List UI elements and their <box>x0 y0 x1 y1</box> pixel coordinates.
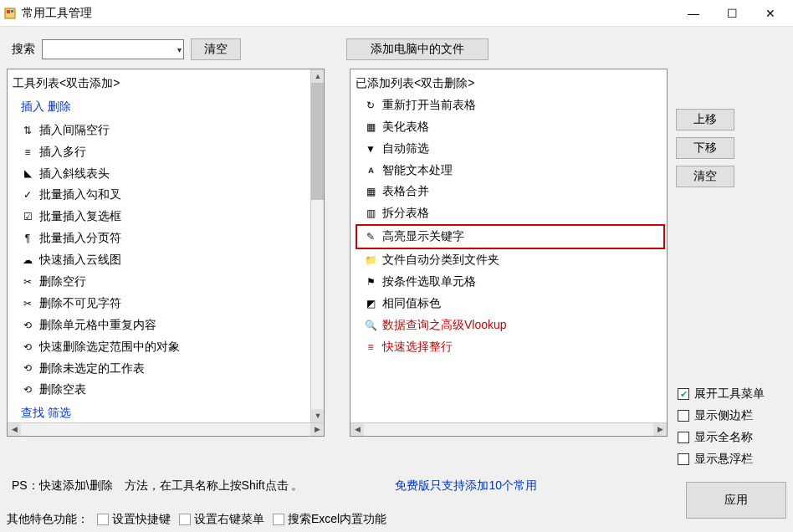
list-item[interactable]: ⟲删除单元格中重复内容 <box>13 315 322 336</box>
group-insert-delete[interactable]: 插入 删除 <box>13 95 322 120</box>
scroll-down-icon[interactable]: ▼ <box>311 409 325 422</box>
list-item[interactable]: 🔍数据查询之高级Vlookup <box>356 315 665 336</box>
tool-icon: ≡ <box>364 340 377 354</box>
list-item-label: 美化表格 <box>382 116 429 138</box>
tool-icon: ⇅ <box>21 124 34 137</box>
apply-button[interactable]: 应用 <box>686 482 786 519</box>
tool-icon: ≡ <box>21 146 34 159</box>
clear-button[interactable]: 清空 <box>191 38 241 60</box>
svg-rect-2 <box>11 10 13 13</box>
list-item[interactable]: ⟲删除未选定的工作表 <box>13 358 322 380</box>
tool-icon: ⟲ <box>21 319 34 332</box>
show-floatbar-checkbox[interactable]: 显示悬浮栏 <box>678 452 765 467</box>
list-item[interactable]: ▥拆分表格 <box>356 202 665 224</box>
list-item-label: 删除空行 <box>39 271 86 293</box>
list-item-label: 批量插入复选框 <box>39 206 121 228</box>
list-item[interactable]: ▦美化表格 <box>356 116 665 138</box>
list-item[interactable]: ✎高亮显示关键字 <box>356 224 665 249</box>
hint-text: PS：快速添加\删除 方法，在工具名称上按Shift点击 。 <box>12 478 303 494</box>
list-item[interactable]: ↻重新打开当前表格 <box>356 95 665 116</box>
expand-menu-checkbox[interactable]: ✔ 展开工具菜单 <box>678 386 765 402</box>
minimize-button[interactable]: ― <box>674 0 713 27</box>
list-item[interactable]: ⇅插入间隔空行 <box>13 120 322 141</box>
list-item-label: 批量插入分页符 <box>39 228 121 249</box>
added-list[interactable]: 已添加列表<双击删除> ↻重新打开当前表格▦美化表格▼自动筛选ᴀ智能文本处理▦表… <box>350 69 668 437</box>
close-button[interactable]: ✕ <box>751 0 790 27</box>
tool-icon: ▼ <box>364 142 377 156</box>
checkbox-icon: ✔ <box>678 388 689 400</box>
tool-icon: ▦ <box>364 185 377 198</box>
search-combobox[interactable]: ▾ <box>42 39 184 59</box>
tool-icon: ✂ <box>21 275 34 289</box>
list-item[interactable]: ᴀ智能文本处理 <box>356 160 665 182</box>
scroll-thumb[interactable] <box>311 83 324 200</box>
list-item[interactable]: ▼自动筛选 <box>356 138 665 160</box>
list-item[interactable]: ◣插入斜线表头 <box>13 163 322 185</box>
window-title: 常用工具管理 <box>22 6 674 21</box>
menu-icon <box>179 514 191 525</box>
list-item-label: 相同值标色 <box>382 293 441 315</box>
tool-icon: ⟲ <box>21 340 34 354</box>
scroll-left-icon[interactable]: ◀ <box>350 423 364 437</box>
list-item[interactable]: ⚑按条件选取单元格 <box>356 271 665 293</box>
footer-link-hotkey[interactable]: 设置快捷键 <box>97 512 171 527</box>
promo-text: 免费版只支持添加10个常用 <box>395 478 537 494</box>
add-file-button[interactable]: 添加电脑中的文件 <box>346 38 489 60</box>
tool-icon: ◩ <box>364 297 377 310</box>
tool-list[interactable]: 工具列表<双击添加> 插入 删除 ⇅插入间隔空行≡插入多行◣插入斜线表头✓批量插… <box>7 69 325 437</box>
scroll-right-icon[interactable]: ▶ <box>653 423 667 437</box>
move-down-button[interactable]: 下移 <box>676 137 734 159</box>
list-item-label: 快速插入云线图 <box>39 249 121 271</box>
list-item[interactable]: ✂删除不可见字符 <box>13 293 322 315</box>
added-list-header: 已添加列表<双击删除> <box>356 73 665 95</box>
titlebar: 常用工具管理 ― ☐ ✕ <box>0 0 793 27</box>
tool-icon: ◣ <box>21 167 34 181</box>
list-item-label: 删除单元格中重复内容 <box>39 315 156 336</box>
list-item[interactable]: ▦表格合并 <box>356 181 665 202</box>
list-item[interactable]: ◩相同值标色 <box>356 293 665 315</box>
list-item-label: 插入斜线表头 <box>39 163 110 185</box>
list-item-label: 插入间隔空行 <box>39 120 110 141</box>
scroll-right-icon[interactable]: ▶ <box>310 423 324 437</box>
search-label: 搜索 <box>12 42 35 57</box>
show-fullname-checkbox[interactable]: 显示全名称 <box>678 430 765 445</box>
tool-icon: ☁ <box>21 253 34 267</box>
footer-link-contextmenu[interactable]: 设置右键菜单 <box>179 512 264 527</box>
scrollbar-vertical[interactable]: ▲ ▼ <box>310 69 324 422</box>
tool-icon: ✎ <box>364 230 377 243</box>
move-up-button[interactable]: 上移 <box>676 109 734 130</box>
list-item-label: 自动筛选 <box>382 138 429 160</box>
list-item-label: 快速删除选定范围中的对象 <box>39 336 180 358</box>
list-item[interactable]: ≡插入多行 <box>13 141 322 163</box>
list-item[interactable]: ≡快速选择整行 <box>356 336 665 358</box>
checkbox-icon <box>678 410 689 422</box>
checkbox-icon <box>678 432 689 443</box>
list-item-label: 插入多行 <box>39 141 86 163</box>
keyboard-icon <box>97 514 109 525</box>
tool-icon: ¶ <box>21 232 34 245</box>
scrollbar-horizontal[interactable]: ◀ ▶ <box>8 422 324 436</box>
tool-icon: ⚑ <box>364 275 377 289</box>
list-item[interactable]: ¶批量插入分页符 <box>13 228 322 249</box>
footer-link-search-builtin[interactable]: 搜索Excel内置功能 <box>273 512 386 527</box>
tool-icon: ⟲ <box>21 362 34 376</box>
list-item-label: 拆分表格 <box>382 202 429 224</box>
tool-icon: ↻ <box>364 99 377 112</box>
maximize-button[interactable]: ☐ <box>713 0 751 27</box>
show-sidebar-checkbox[interactable]: 显示侧边栏 <box>678 408 765 423</box>
list-item[interactable]: ⟲删除空表 <box>13 379 322 401</box>
list-item[interactable]: ☑批量插入复选框 <box>13 206 322 228</box>
clear-list-button[interactable]: 清空 <box>676 166 734 187</box>
list-item[interactable]: ✓批量插入勾和叉 <box>13 184 322 206</box>
tool-icon: 📁 <box>364 253 377 267</box>
scroll-left-icon[interactable]: ◀ <box>8 423 21 437</box>
tool-icon: ☑ <box>21 210 34 223</box>
checkbox-icon <box>678 453 689 465</box>
list-item[interactable]: ☁快速插入云线图 <box>13 249 322 271</box>
list-item[interactable]: 📁文件自动分类到文件夹 <box>356 249 665 271</box>
app-icon <box>3 7 17 20</box>
scrollbar-horizontal[interactable]: ◀ ▶ <box>350 422 667 436</box>
list-item[interactable]: ✂删除空行 <box>13 271 322 293</box>
list-item[interactable]: ⟲快速删除选定范围中的对象 <box>13 336 322 358</box>
scroll-up-icon[interactable]: ▲ <box>311 69 325 83</box>
